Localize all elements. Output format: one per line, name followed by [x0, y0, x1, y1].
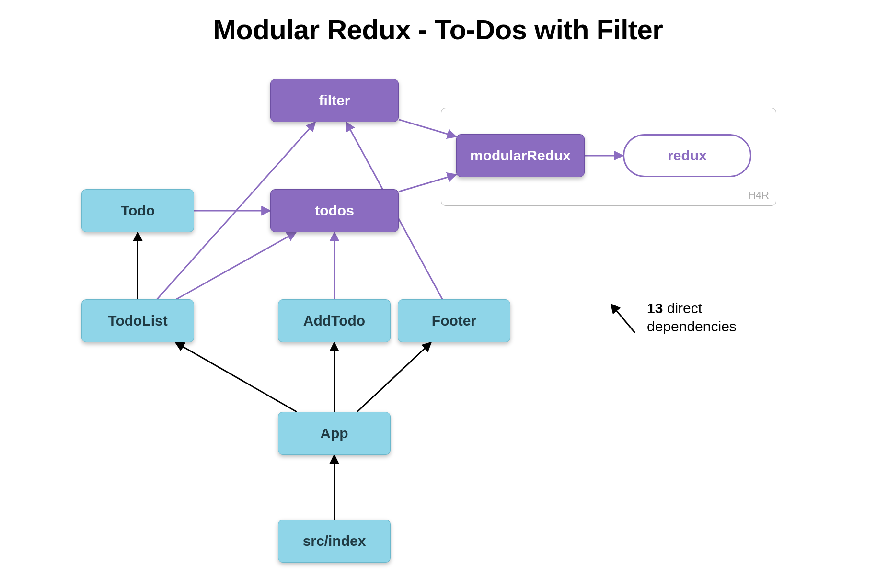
node-App: App	[278, 412, 391, 455]
legend-count: 13	[647, 300, 663, 316]
legend-text: 13 direct dependencies	[647, 299, 737, 335]
node-label: filter	[319, 92, 350, 109]
node-label: redux	[668, 147, 707, 164]
edge-TodoList-to-todos	[176, 232, 296, 299]
group-label: H4R	[748, 189, 769, 202]
node-label: Footer	[432, 313, 476, 329]
node-label: App	[320, 425, 348, 441]
node-Todo: Todo	[81, 189, 194, 232]
node-label: src/index	[303, 533, 366, 549]
legend-arrow-icon	[611, 304, 635, 333]
node-label: modularRedux	[470, 147, 571, 164]
node-modularRedux: modularRedux	[456, 134, 585, 177]
node-redux: redux	[623, 134, 751, 177]
node-label: todos	[315, 203, 354, 219]
edge-App-to-TodoList	[175, 342, 297, 412]
node-label: AddTodo	[303, 313, 365, 329]
node-AddTodo: AddTodo	[278, 299, 391, 342]
node-label: TodoList	[108, 313, 167, 329]
edge-App-to-Footer	[357, 342, 431, 412]
diagram-title: Modular Redux - To-Dos with Filter	[0, 13, 876, 45]
node-srcIndex: src/index	[278, 520, 391, 563]
node-TodoList: TodoList	[81, 299, 194, 342]
node-filter: filter	[270, 79, 399, 122]
legend-line2: dependencies	[647, 318, 737, 334]
diagram-canvas: Modular Redux - To-Dos with Filter H4R f…	[0, 0, 876, 588]
legend-line1: direct	[663, 300, 702, 316]
node-Footer: Footer	[398, 299, 510, 342]
edges-layer	[0, 0, 876, 588]
node-label: Todo	[121, 203, 155, 219]
node-todos: todos	[270, 189, 399, 232]
